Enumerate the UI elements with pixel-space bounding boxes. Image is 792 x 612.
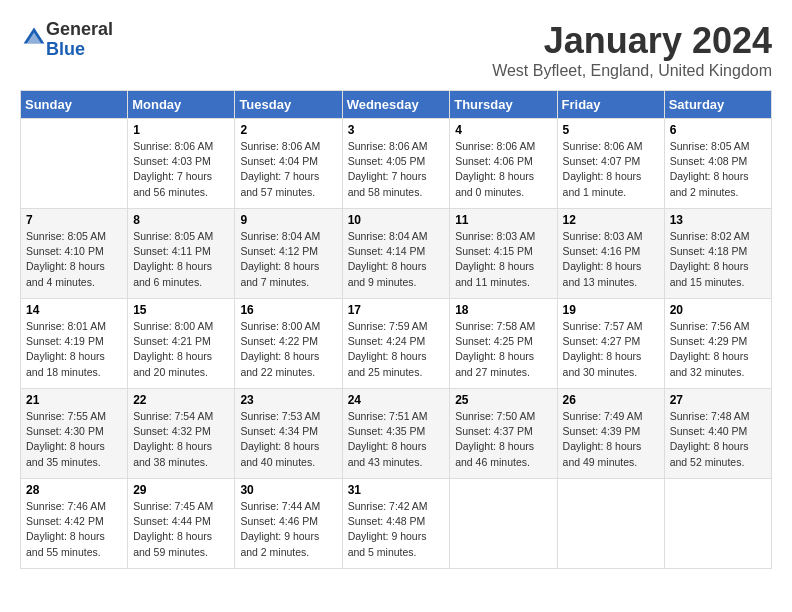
day-cell xyxy=(557,479,664,569)
day-cell: 23 Sunrise: 7:53 AM Sunset: 4:34 PM Dayl… xyxy=(235,389,342,479)
day-cell: 26 Sunrise: 7:49 AM Sunset: 4:39 PM Dayl… xyxy=(557,389,664,479)
day-number: 21 xyxy=(26,393,122,407)
day-cell: 22 Sunrise: 7:54 AM Sunset: 4:32 PM Dayl… xyxy=(128,389,235,479)
day-number: 29 xyxy=(133,483,229,497)
day-info: Sunrise: 8:00 AM Sunset: 4:22 PM Dayligh… xyxy=(240,319,336,380)
day-cell: 8 Sunrise: 8:05 AM Sunset: 4:11 PM Dayli… xyxy=(128,209,235,299)
day-number: 28 xyxy=(26,483,122,497)
week-row-0: 1 Sunrise: 8:06 AM Sunset: 4:03 PM Dayli… xyxy=(21,119,772,209)
day-cell xyxy=(664,479,771,569)
day-number: 14 xyxy=(26,303,122,317)
day-number: 13 xyxy=(670,213,766,227)
calendar-header: SundayMondayTuesdayWednesdayThursdayFrid… xyxy=(21,91,772,119)
day-info: Sunrise: 8:05 AM Sunset: 4:10 PM Dayligh… xyxy=(26,229,122,290)
logo: General Blue xyxy=(20,20,113,60)
day-number: 27 xyxy=(670,393,766,407)
day-cell xyxy=(21,119,128,209)
calendar-body: 1 Sunrise: 8:06 AM Sunset: 4:03 PM Dayli… xyxy=(21,119,772,569)
weekday-header-thursday: Thursday xyxy=(450,91,557,119)
day-info: Sunrise: 8:00 AM Sunset: 4:21 PM Dayligh… xyxy=(133,319,229,380)
day-info: Sunrise: 8:03 AM Sunset: 4:15 PM Dayligh… xyxy=(455,229,551,290)
day-info: Sunrise: 8:04 AM Sunset: 4:12 PM Dayligh… xyxy=(240,229,336,290)
day-number: 2 xyxy=(240,123,336,137)
day-cell: 14 Sunrise: 8:01 AM Sunset: 4:19 PM Dayl… xyxy=(21,299,128,389)
day-cell: 20 Sunrise: 7:56 AM Sunset: 4:29 PM Dayl… xyxy=(664,299,771,389)
day-cell: 18 Sunrise: 7:58 AM Sunset: 4:25 PM Dayl… xyxy=(450,299,557,389)
day-info: Sunrise: 7:46 AM Sunset: 4:42 PM Dayligh… xyxy=(26,499,122,560)
day-info: Sunrise: 7:53 AM Sunset: 4:34 PM Dayligh… xyxy=(240,409,336,470)
logo-blue-text: Blue xyxy=(46,39,85,59)
weekday-header-friday: Friday xyxy=(557,91,664,119)
day-cell: 29 Sunrise: 7:45 AM Sunset: 4:44 PM Dayl… xyxy=(128,479,235,569)
day-info: Sunrise: 7:58 AM Sunset: 4:25 PM Dayligh… xyxy=(455,319,551,380)
day-cell xyxy=(450,479,557,569)
weekday-header-tuesday: Tuesday xyxy=(235,91,342,119)
day-info: Sunrise: 7:51 AM Sunset: 4:35 PM Dayligh… xyxy=(348,409,445,470)
title-block: January 2024 West Byfleet, England, Unit… xyxy=(492,20,772,80)
day-cell: 17 Sunrise: 7:59 AM Sunset: 4:24 PM Dayl… xyxy=(342,299,450,389)
weekday-header-monday: Monday xyxy=(128,91,235,119)
day-number: 12 xyxy=(563,213,659,227)
day-cell: 19 Sunrise: 7:57 AM Sunset: 4:27 PM Dayl… xyxy=(557,299,664,389)
day-cell: 24 Sunrise: 7:51 AM Sunset: 4:35 PM Dayl… xyxy=(342,389,450,479)
day-number: 30 xyxy=(240,483,336,497)
day-cell: 15 Sunrise: 8:00 AM Sunset: 4:21 PM Dayl… xyxy=(128,299,235,389)
day-cell: 6 Sunrise: 8:05 AM Sunset: 4:08 PM Dayli… xyxy=(664,119,771,209)
week-row-3: 21 Sunrise: 7:55 AM Sunset: 4:30 PM Dayl… xyxy=(21,389,772,479)
calendar-table: SundayMondayTuesdayWednesdayThursdayFrid… xyxy=(20,90,772,569)
day-cell: 11 Sunrise: 8:03 AM Sunset: 4:15 PM Dayl… xyxy=(450,209,557,299)
day-info: Sunrise: 7:44 AM Sunset: 4:46 PM Dayligh… xyxy=(240,499,336,560)
location-text: West Byfleet, England, United Kingdom xyxy=(492,62,772,80)
day-info: Sunrise: 7:49 AM Sunset: 4:39 PM Dayligh… xyxy=(563,409,659,470)
day-number: 8 xyxy=(133,213,229,227)
day-cell: 10 Sunrise: 8:04 AM Sunset: 4:14 PM Dayl… xyxy=(342,209,450,299)
day-info: Sunrise: 7:42 AM Sunset: 4:48 PM Dayligh… xyxy=(348,499,445,560)
day-cell: 16 Sunrise: 8:00 AM Sunset: 4:22 PM Dayl… xyxy=(235,299,342,389)
day-info: Sunrise: 7:54 AM Sunset: 4:32 PM Dayligh… xyxy=(133,409,229,470)
day-number: 9 xyxy=(240,213,336,227)
weekday-row: SundayMondayTuesdayWednesdayThursdayFrid… xyxy=(21,91,772,119)
day-number: 17 xyxy=(348,303,445,317)
day-info: Sunrise: 8:04 AM Sunset: 4:14 PM Dayligh… xyxy=(348,229,445,290)
day-cell: 1 Sunrise: 8:06 AM Sunset: 4:03 PM Dayli… xyxy=(128,119,235,209)
day-number: 24 xyxy=(348,393,445,407)
day-number: 16 xyxy=(240,303,336,317)
day-info: Sunrise: 7:56 AM Sunset: 4:29 PM Dayligh… xyxy=(670,319,766,380)
day-number: 19 xyxy=(563,303,659,317)
day-cell: 25 Sunrise: 7:50 AM Sunset: 4:37 PM Dayl… xyxy=(450,389,557,479)
day-info: Sunrise: 8:05 AM Sunset: 4:08 PM Dayligh… xyxy=(670,139,766,200)
day-number: 22 xyxy=(133,393,229,407)
day-info: Sunrise: 7:50 AM Sunset: 4:37 PM Dayligh… xyxy=(455,409,551,470)
month-title: January 2024 xyxy=(492,20,772,62)
day-info: Sunrise: 8:06 AM Sunset: 4:03 PM Dayligh… xyxy=(133,139,229,200)
day-cell: 30 Sunrise: 7:44 AM Sunset: 4:46 PM Dayl… xyxy=(235,479,342,569)
day-cell: 27 Sunrise: 7:48 AM Sunset: 4:40 PM Dayl… xyxy=(664,389,771,479)
day-number: 18 xyxy=(455,303,551,317)
day-number: 5 xyxy=(563,123,659,137)
logo-icon xyxy=(22,26,46,50)
day-cell: 7 Sunrise: 8:05 AM Sunset: 4:10 PM Dayli… xyxy=(21,209,128,299)
day-number: 31 xyxy=(348,483,445,497)
day-info: Sunrise: 8:01 AM Sunset: 4:19 PM Dayligh… xyxy=(26,319,122,380)
day-info: Sunrise: 7:45 AM Sunset: 4:44 PM Dayligh… xyxy=(133,499,229,560)
day-number: 11 xyxy=(455,213,551,227)
logo-general-text: General xyxy=(46,19,113,39)
day-cell: 12 Sunrise: 8:03 AM Sunset: 4:16 PM Dayl… xyxy=(557,209,664,299)
day-cell: 4 Sunrise: 8:06 AM Sunset: 4:06 PM Dayli… xyxy=(450,119,557,209)
day-info: Sunrise: 8:05 AM Sunset: 4:11 PM Dayligh… xyxy=(133,229,229,290)
day-info: Sunrise: 8:06 AM Sunset: 4:05 PM Dayligh… xyxy=(348,139,445,200)
day-cell: 31 Sunrise: 7:42 AM Sunset: 4:48 PM Dayl… xyxy=(342,479,450,569)
week-row-2: 14 Sunrise: 8:01 AM Sunset: 4:19 PM Dayl… xyxy=(21,299,772,389)
day-number: 3 xyxy=(348,123,445,137)
day-number: 20 xyxy=(670,303,766,317)
day-number: 15 xyxy=(133,303,229,317)
weekday-header-sunday: Sunday xyxy=(21,91,128,119)
day-number: 7 xyxy=(26,213,122,227)
day-info: Sunrise: 8:02 AM Sunset: 4:18 PM Dayligh… xyxy=(670,229,766,290)
day-number: 25 xyxy=(455,393,551,407)
day-info: Sunrise: 7:55 AM Sunset: 4:30 PM Dayligh… xyxy=(26,409,122,470)
day-info: Sunrise: 7:48 AM Sunset: 4:40 PM Dayligh… xyxy=(670,409,766,470)
day-number: 1 xyxy=(133,123,229,137)
day-number: 23 xyxy=(240,393,336,407)
day-number: 6 xyxy=(670,123,766,137)
